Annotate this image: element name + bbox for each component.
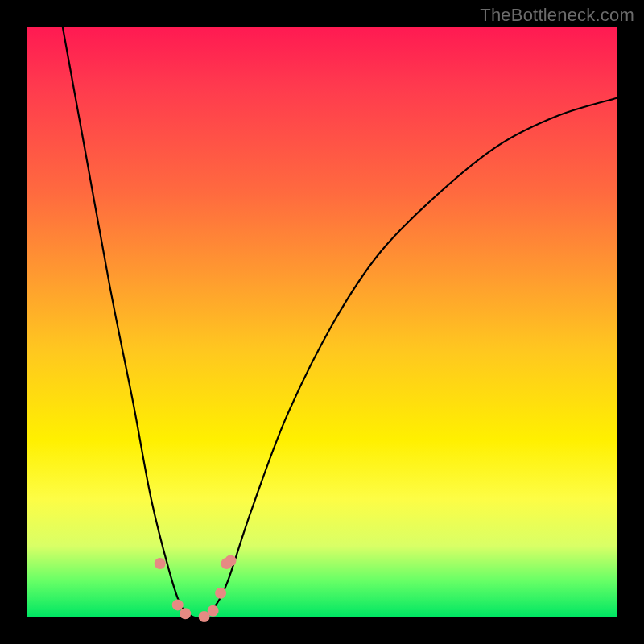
highlight-dot [180,608,191,619]
highlight-dots [155,555,237,623]
chart-frame: TheBottleneck.com [0,0,644,644]
highlight-dot [208,605,219,617]
highlight-dot [155,558,166,569]
plot-area [27,27,617,617]
curve-layer [27,27,617,617]
bottleneck-curve [63,27,617,618]
highlight-dot [225,555,237,567]
highlight-dot [215,588,226,599]
highlight-dot [172,599,184,610]
watermark-text: TheBottleneck.com [480,5,634,26]
